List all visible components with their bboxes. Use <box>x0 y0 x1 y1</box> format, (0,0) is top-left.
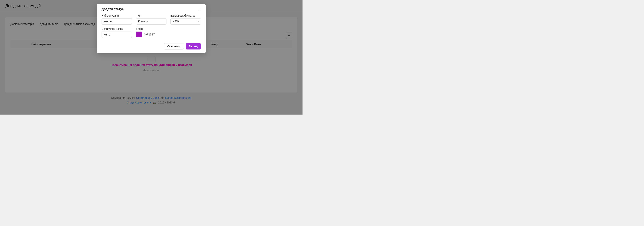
color-row: #9F15B7 <box>136 32 167 38</box>
color-swatch[interactable] <box>136 32 142 38</box>
label-color: Колір <box>136 27 167 30</box>
input-short[interactable] <box>102 32 132 38</box>
field-short: Скорочена назва <box>102 27 132 38</box>
cancel-button[interactable]: Скасувати <box>164 43 184 50</box>
modal-body: Найменування Тип Батьківський статус NEW… <box>97 12 206 41</box>
select-parent[interactable]: NEW ▾ <box>170 18 201 24</box>
modal-close-button[interactable]: ✕ <box>198 8 201 11</box>
label-short: Скорочена назва <box>102 27 132 30</box>
add-status-modal: Додати статус ✕ Найменування Тип Батьків… <box>97 4 206 54</box>
ok-button[interactable]: Гаразд <box>186 43 201 50</box>
field-type: Тип <box>136 14 167 24</box>
label-parent: Батьківський статус <box>170 14 201 17</box>
input-name[interactable] <box>102 18 132 24</box>
label-type: Тип <box>136 14 167 17</box>
color-value: #9F15B7 <box>144 33 155 36</box>
field-parent: Батьківський статус NEW ▾ <box>170 14 201 24</box>
select-parent-value: NEW <box>172 20 179 23</box>
field-name: Найменування <box>102 14 132 24</box>
close-icon: ✕ <box>198 7 201 11</box>
chevron-down-icon: ▾ <box>198 20 199 23</box>
modal-header: Додати статус ✕ <box>97 4 206 12</box>
label-name: Найменування <box>102 14 132 17</box>
field-color: Колір #9F15B7 <box>136 27 167 38</box>
modal-title: Додати статус <box>102 8 124 11</box>
modal-footer: Скасувати Гаразд <box>97 41 206 54</box>
input-type[interactable] <box>136 18 167 24</box>
